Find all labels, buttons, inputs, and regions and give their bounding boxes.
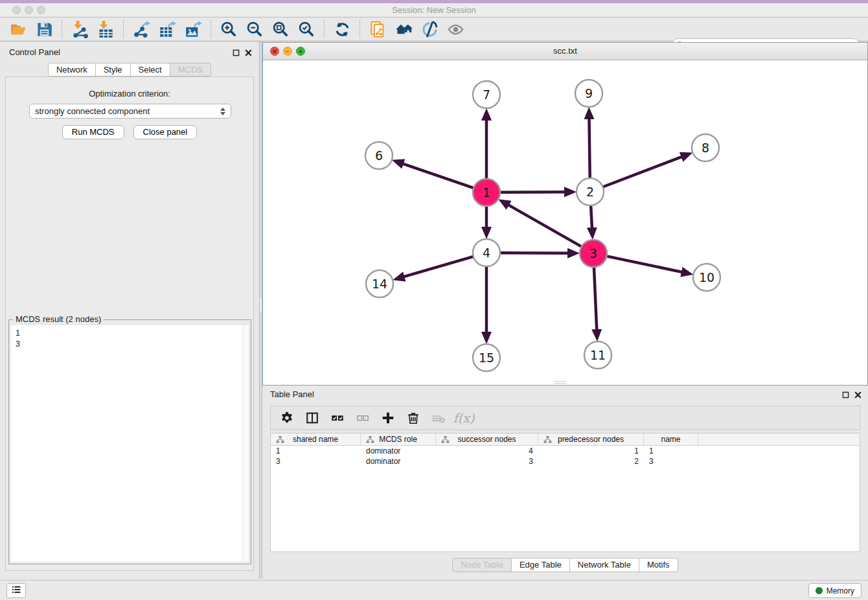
result-scrollbar[interactable] bbox=[242, 325, 249, 562]
graph-edge-3-10[interactable] bbox=[607, 256, 690, 273]
graph-edge-2-9[interactable] bbox=[589, 111, 589, 178]
network-window-titlebar[interactable]: ✕ − + scc.txt bbox=[263, 43, 867, 60]
mcds-result-textarea[interactable]: 13 bbox=[11, 325, 242, 562]
export-table-button[interactable] bbox=[154, 19, 180, 40]
import-table-button[interactable] bbox=[93, 19, 119, 40]
column-header-predecessor-nodes[interactable]: predecessor nodes bbox=[538, 433, 644, 445]
zoom-out-button[interactable] bbox=[242, 19, 268, 40]
graph-edge-3-11[interactable] bbox=[594, 267, 597, 338]
deselect-all-button[interactable] bbox=[353, 408, 372, 428]
save-session-icon bbox=[36, 21, 53, 38]
graph-edge-1-2[interactable] bbox=[500, 192, 573, 192]
graph-node-2[interactable]: 2 bbox=[577, 178, 604, 205]
export-image-button[interactable] bbox=[180, 19, 206, 40]
apply-layout-button[interactable] bbox=[329, 19, 355, 40]
graph-node-11[interactable]: 11 bbox=[584, 341, 611, 369]
tab-style[interactable]: Style bbox=[96, 63, 131, 76]
select-all-button[interactable] bbox=[328, 408, 347, 428]
graph-edge-4-14[interactable] bbox=[396, 257, 474, 279]
export-network-button[interactable] bbox=[128, 19, 154, 40]
network-minimize-button[interactable]: − bbox=[283, 47, 292, 56]
network-canvas[interactable]: 7968123414101511 bbox=[263, 60, 867, 385]
graph-node-10[interactable]: 10 bbox=[693, 264, 720, 291]
tab-network[interactable]: Network bbox=[48, 63, 96, 76]
column-header-shared-name[interactable]: shared name bbox=[271, 433, 361, 445]
add-row-button[interactable] bbox=[378, 408, 398, 428]
graph-edge-2-8[interactable] bbox=[603, 154, 689, 187]
graph-node-15[interactable]: 15 bbox=[473, 344, 500, 371]
tab-node-table[interactable]: Node Table bbox=[452, 558, 512, 572]
window-close-button[interactable] bbox=[12, 6, 21, 14]
apply-layout-icon bbox=[334, 21, 351, 38]
column-label: shared name bbox=[293, 435, 338, 444]
close-table-panel-icon[interactable] bbox=[854, 391, 862, 399]
graph-node-4[interactable]: 4 bbox=[473, 239, 500, 266]
table-cell[interactable]: 3 bbox=[644, 456, 698, 467]
window-minimize-button[interactable] bbox=[25, 6, 33, 14]
float-table-panel-icon[interactable] bbox=[841, 391, 850, 399]
svg-text:15: 15 bbox=[479, 351, 494, 365]
delete-table-button bbox=[429, 408, 448, 428]
window-zoom-button[interactable] bbox=[37, 6, 45, 14]
table-cell[interactable]: 1 bbox=[538, 446, 644, 456]
node-table[interactable]: shared nameMCDS rolesuccessor nodesprede… bbox=[270, 433, 860, 552]
close-panel-icon[interactable] bbox=[244, 49, 253, 57]
column-header-successor-nodes[interactable]: successor nodes bbox=[436, 433, 538, 445]
graph-node-9[interactable]: 9 bbox=[575, 80, 602, 107]
save-session-button[interactable] bbox=[31, 19, 57, 40]
network-maximize-button[interactable]: + bbox=[296, 47, 305, 56]
table-cell[interactable]: 3 bbox=[271, 456, 361, 467]
table-cell[interactable]: 1 bbox=[644, 446, 698, 456]
graph-edge-1-6[interactable] bbox=[396, 161, 474, 188]
svg-text:7: 7 bbox=[483, 87, 490, 102]
graph-edge-4-3[interactable] bbox=[500, 253, 576, 253]
graph-edge-2-3[interactable] bbox=[591, 205, 592, 236]
tab-mcds[interactable]: MCDS bbox=[170, 63, 211, 76]
memory-button[interactable]: Memory bbox=[808, 583, 862, 598]
tab-edge-table[interactable]: Edge Table bbox=[512, 558, 570, 572]
criterion-dropdown[interactable]: strongly connected component bbox=[29, 104, 231, 119]
table-cell[interactable]: dominator bbox=[361, 456, 436, 467]
splitter-handle[interactable] bbox=[260, 298, 262, 312]
close-panel-button[interactable]: Close panel bbox=[133, 125, 198, 139]
import-network-button[interactable] bbox=[67, 19, 93, 40]
task-history-button[interactable] bbox=[6, 583, 26, 598]
network-overview-button[interactable] bbox=[365, 19, 391, 40]
graph-edge-3-1[interactable] bbox=[501, 201, 581, 246]
svg-text:8: 8 bbox=[702, 141, 709, 155]
table-cell[interactable]: 2 bbox=[538, 456, 644, 467]
gear-button[interactable] bbox=[277, 408, 297, 428]
tab-network-table[interactable]: Network Table bbox=[570, 558, 639, 572]
table-row[interactable]: 1dominator411 bbox=[271, 446, 860, 456]
first-neighbors-button[interactable] bbox=[417, 19, 442, 40]
graph-node-3[interactable]: 3 bbox=[580, 240, 607, 267]
graph-node-14[interactable]: 14 bbox=[366, 270, 393, 297]
network-resize-handle[interactable] bbox=[554, 381, 566, 384]
graph-node-6[interactable]: 6 bbox=[365, 142, 393, 169]
table-row[interactable]: 3dominator323 bbox=[271, 456, 860, 467]
table-cell[interactable]: 1 bbox=[271, 446, 361, 456]
run-mcds-button[interactable]: Run MCDS bbox=[62, 125, 124, 139]
table-cell[interactable]: dominator bbox=[361, 446, 436, 456]
open-session-button[interactable] bbox=[5, 19, 31, 40]
tab-select[interactable]: Select bbox=[131, 63, 170, 76]
zoom-fit-button[interactable] bbox=[268, 19, 293, 40]
table-cell[interactable]: 4 bbox=[436, 446, 538, 456]
column-header-MCDS-role[interactable]: MCDS role bbox=[361, 433, 436, 445]
network-close-button[interactable]: ✕ bbox=[270, 47, 279, 56]
float-window-icon[interactable] bbox=[232, 49, 240, 57]
columns-button[interactable] bbox=[303, 408, 322, 428]
zoom-in-button[interactable] bbox=[216, 19, 242, 40]
home-button[interactable] bbox=[391, 19, 417, 40]
graph-node-8[interactable]: 8 bbox=[692, 134, 719, 161]
graph-node-7[interactable]: 7 bbox=[473, 81, 500, 108]
column-label: predecessor nodes bbox=[558, 435, 624, 444]
zoom-selected-button[interactable] bbox=[293, 19, 319, 40]
column-header-name[interactable]: name bbox=[644, 433, 698, 445]
tab-motifs[interactable]: Motifs bbox=[639, 558, 678, 572]
graph-node-1[interactable]: 1 bbox=[473, 179, 500, 206]
delete-row-button[interactable] bbox=[404, 408, 423, 428]
export-image-icon bbox=[185, 21, 202, 38]
svg-text:14: 14 bbox=[372, 277, 387, 291]
table-cell[interactable]: 3 bbox=[436, 456, 538, 467]
